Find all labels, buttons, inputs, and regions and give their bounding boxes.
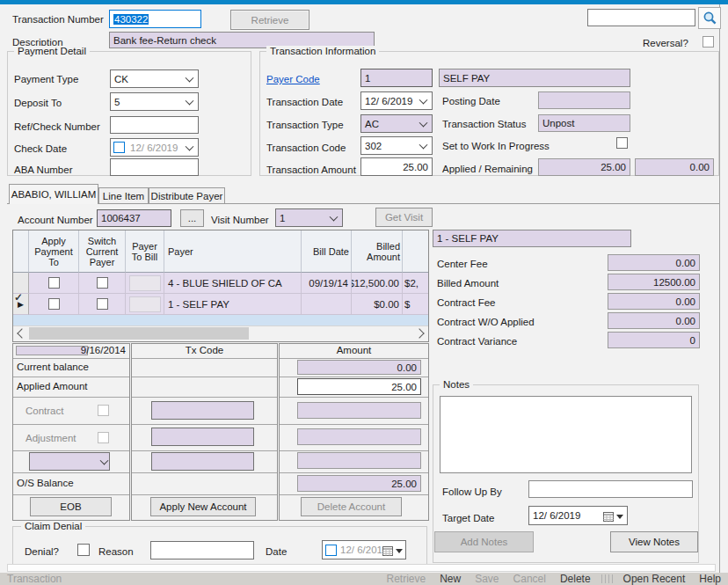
summary-billed-amount-label: Billed Amount bbox=[437, 277, 499, 289]
transaction-amount-input[interactable]: 25.00 bbox=[360, 157, 433, 176]
status-save[interactable]: Save bbox=[475, 573, 499, 585]
billed-amount-cell[interactable]: $0.00 bbox=[352, 294, 403, 315]
payer-to-bill-cell[interactable] bbox=[126, 294, 164, 315]
apply-cell[interactable] bbox=[29, 294, 79, 315]
transaction-number-selected-text: 430322 bbox=[113, 14, 149, 25]
payer-code-field[interactable]: 1 bbox=[360, 69, 433, 87]
ref-check-number-input[interactable] bbox=[110, 116, 199, 134]
transaction-type-combo[interactable]: AC bbox=[360, 114, 433, 133]
adjustment-tx-combo[interactable] bbox=[151, 428, 254, 446]
transaction-number-input[interactable]: 430322 bbox=[109, 10, 201, 28]
bill-date-cell[interactable] bbox=[302, 294, 352, 315]
account-browse-button[interactable]: ... bbox=[180, 209, 204, 227]
current-balance-field: 0.00 bbox=[297, 360, 421, 375]
contract-tx-combo[interactable] bbox=[151, 401, 254, 420]
payer-code-link[interactable]: Payer Code bbox=[266, 73, 320, 85]
apply-new-account-button[interactable]: Apply New Account bbox=[150, 497, 256, 516]
search-button[interactable] bbox=[698, 7, 721, 29]
status-open-recent[interactable]: Open Recent bbox=[623, 573, 686, 585]
amount-header: Amount bbox=[280, 344, 428, 359]
contract-amount-field[interactable] bbox=[297, 402, 421, 419]
tab-patient[interactable]: ABABIO, WILLIAM bbox=[9, 184, 98, 204]
contract-fee-field: 0.00 bbox=[608, 293, 700, 310]
denial-date-checkbox[interactable] bbox=[325, 545, 337, 556]
account-number-label: Account Number bbox=[18, 214, 93, 226]
check-date-checkbox[interactable] bbox=[113, 142, 125, 153]
reason-combo[interactable] bbox=[150, 541, 254, 559]
wip-checkbox[interactable] bbox=[616, 137, 628, 149]
extra-tx-combo[interactable] bbox=[151, 452, 254, 471]
scrollbar-thumb[interactable] bbox=[29, 327, 249, 340]
payer-row-1[interactable]: ▶ 1 - SELF PAY $0.00 $ bbox=[13, 294, 428, 315]
check-date-picker[interactable]: 12/ 6/2019 bbox=[110, 138, 199, 157]
add-notes-button[interactable]: Add Notes bbox=[434, 531, 534, 552]
clipped-cell[interactable]: $ bbox=[403, 294, 428, 315]
switch-cell[interactable] bbox=[79, 294, 126, 315]
col-billed-amount-header[interactable]: Billed Amount bbox=[352, 230, 403, 273]
col-payer-header[interactable]: Payer bbox=[164, 230, 302, 273]
status-new[interactable]: New bbox=[440, 573, 461, 585]
retrieve-button[interactable]: Retrieve bbox=[230, 10, 309, 30]
aba-number-input[interactable] bbox=[110, 158, 199, 176]
applied-amount-input[interactable]: 25.00 bbox=[297, 378, 421, 395]
notes-textarea[interactable] bbox=[440, 396, 692, 473]
status-cancel[interactable]: Cancel bbox=[513, 573, 546, 585]
horizontal-scrollbar[interactable] bbox=[13, 325, 428, 341]
apply-checkbox[interactable] bbox=[48, 277, 60, 289]
deposit-to-combo[interactable]: 5 bbox=[110, 92, 199, 111]
payment-type-combo[interactable]: CK bbox=[110, 69, 199, 88]
transaction-code-combo[interactable]: 302 bbox=[360, 136, 433, 155]
reversal-checkbox[interactable] bbox=[703, 36, 714, 48]
contract-variance-label: Contract Variance bbox=[437, 335, 517, 347]
payer-summary-title: 1 - SELF PAY bbox=[433, 230, 631, 247]
adjustment-amount-field[interactable] bbox=[297, 428, 421, 445]
applied-amount-label: Applied Amount bbox=[17, 381, 88, 391]
target-date-picker[interactable]: 12/ 6/2019 bbox=[528, 506, 628, 525]
col-switch-header[interactable]: Switch Current Payer bbox=[79, 230, 126, 273]
delete-account-button[interactable]: Delete Account bbox=[301, 497, 402, 516]
transaction-date-picker[interactable]: 12/ 6/2019 bbox=[360, 91, 433, 110]
denial-date-picker[interactable]: 12/ 6/2019 bbox=[322, 540, 406, 559]
tab-line-item[interactable]: Line Item bbox=[98, 187, 149, 204]
billed-amount-cell[interactable]: $12,500.00 bbox=[352, 273, 403, 294]
switch-checkbox[interactable] bbox=[97, 298, 108, 310]
switch-cell[interactable] bbox=[79, 273, 126, 294]
payer-cell[interactable]: 1 - SELF PAY bbox=[164, 294, 302, 315]
tab-distribute-payer[interactable]: Distribute Payer bbox=[149, 187, 225, 204]
check-date-label: Check Date bbox=[14, 143, 67, 155]
reversal-label: Reversal? bbox=[643, 37, 688, 49]
scroll-left-icon[interactable] bbox=[17, 328, 26, 338]
denial-checkbox[interactable] bbox=[77, 544, 90, 556]
eob-button[interactable]: EOB bbox=[30, 497, 112, 516]
center-fee-label: Center Fee bbox=[437, 258, 488, 270]
status-delete[interactable]: Delete bbox=[560, 573, 591, 585]
target-date-label: Target Date bbox=[442, 512, 494, 524]
payer-name-field: SELF PAY bbox=[439, 69, 630, 87]
extra-amount-field[interactable] bbox=[297, 452, 421, 469]
col-payer-to-bill-header[interactable]: Payer To Bill bbox=[126, 230, 164, 273]
switch-checkbox[interactable] bbox=[97, 277, 108, 289]
get-visit-button[interactable]: Get Visit bbox=[375, 208, 433, 227]
bill-date-cell[interactable]: 09/19/14 bbox=[302, 273, 352, 294]
contract-checkbox[interactable] bbox=[98, 405, 109, 416]
calendar-icon bbox=[382, 545, 393, 556]
adjustment-checkbox[interactable] bbox=[98, 432, 109, 443]
col-bill-date-header[interactable]: Bill Date bbox=[302, 230, 352, 273]
status-retrieve[interactable]: Retrieve bbox=[386, 573, 426, 585]
visit-number-combo[interactable]: 1 bbox=[275, 208, 343, 227]
clipped-cell[interactable]: $2, bbox=[403, 273, 428, 294]
col-apply-header[interactable]: Apply Payment To bbox=[29, 230, 79, 273]
search-input[interactable] bbox=[587, 9, 695, 26]
payer-to-bill-cell[interactable] bbox=[126, 273, 164, 294]
apply-cell[interactable] bbox=[29, 273, 79, 294]
payer-row-0[interactable]: 4 - BLUE SHIELD OF CA 09/19/14 $12,500.0… bbox=[13, 273, 428, 294]
account-number-field[interactable]: 1006437 bbox=[97, 209, 171, 227]
view-notes-button[interactable]: View Notes bbox=[610, 531, 698, 552]
apply-checkbox[interactable] bbox=[48, 298, 60, 310]
extra-row-combo[interactable] bbox=[29, 452, 110, 471]
calendar-icon bbox=[603, 511, 614, 522]
scroll-right-icon[interactable] bbox=[414, 328, 424, 338]
payer-cell[interactable]: 4 - BLUE SHIELD OF CA bbox=[164, 273, 302, 294]
status-help[interactable]: Help bbox=[699, 573, 721, 585]
follow-up-by-input[interactable] bbox=[528, 480, 693, 498]
